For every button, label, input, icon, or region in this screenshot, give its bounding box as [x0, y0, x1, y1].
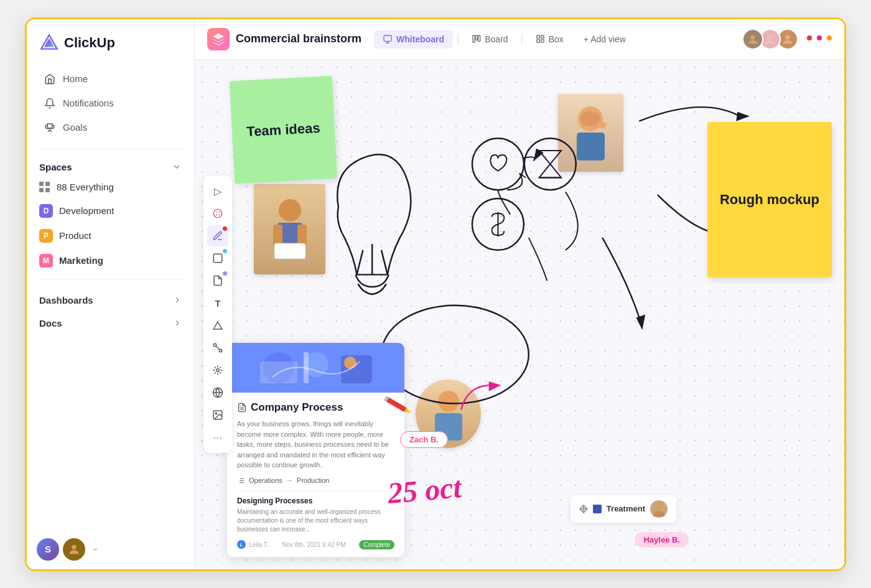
arrow-down [602, 238, 639, 317]
arrow-4 [566, 192, 578, 250]
tool-star[interactable] [207, 360, 228, 381]
face-icon-1 [746, 32, 760, 46]
red-arrow-head [489, 381, 501, 391]
tab-box[interactable]: Box [527, 30, 572, 49]
sticky-yellow-text: Rough mockup [720, 192, 819, 208]
svg-point-16 [218, 212, 220, 213]
flow-arrow: → [286, 477, 293, 484]
chevron-right-icon [173, 296, 182, 304]
svg-point-40 [654, 502, 663, 511]
pen-icon [212, 230, 223, 241]
whiteboard-toolbar: ▷ [203, 175, 232, 453]
sidebar-item-development[interactable]: D Development [32, 198, 189, 223]
tool-globe[interactable] [207, 382, 228, 403]
sidebar-item-goals[interactable]: Goals [32, 116, 189, 139]
footer-avatar: L [237, 540, 246, 549]
face-icon-2 [763, 32, 777, 46]
spaces-list: 88 Everything D Development P Product M … [27, 176, 194, 273]
svg-point-18 [218, 214, 220, 215]
svg-point-26 [279, 199, 301, 222]
svg-point-34 [597, 122, 607, 128]
tab-separator-2: | [521, 34, 523, 45]
face-icon-3 [781, 32, 794, 46]
user-face-icon [67, 543, 81, 556]
tool-image[interactable] [207, 404, 228, 426]
move-icon [579, 505, 588, 513]
tab-board-label: Board [485, 34, 508, 44]
treatment-color-square [593, 505, 602, 513]
view-tabs: Whiteboard | Board | [374, 30, 635, 49]
chevron-down-icon[interactable] [172, 162, 182, 172]
sidebar-item-everything[interactable]: 88 Everything [32, 176, 189, 198]
svg-point-20 [213, 343, 217, 347]
svg-rect-33 [577, 133, 605, 161]
top-bar: Commercial brainstorm Whiteboard | [195, 19, 844, 60]
text-tool-label: T [215, 298, 220, 309]
sidebar-item-product[interactable]: P Product [32, 223, 189, 248]
heart-icon [490, 154, 506, 170]
svg-point-35 [438, 391, 459, 412]
big-arrow-head [736, 111, 750, 121]
sidebar-item-product-label: Product [59, 230, 91, 241]
doc-footer: L Leila T. Nov 8th, 2021 6:42 PM Complet… [237, 540, 394, 549]
sidebar-item-home[interactable]: Home [32, 67, 189, 91]
whiteboard-tab-icon [383, 34, 393, 44]
tool-more[interactable]: ··· [207, 427, 228, 448]
svg-point-25 [215, 413, 217, 414]
svg-rect-30 [274, 243, 305, 259]
sidebar-item-docs[interactable]: Docs [32, 312, 189, 335]
zach-label-text: Zach B. [409, 435, 439, 444]
whiteboard-area[interactable]: ▷ [195, 60, 844, 569]
sticky-green[interactable]: Team ideas [230, 75, 337, 183]
app-container: ClickUp Home Notifications [25, 17, 846, 571]
home-icon [44, 73, 55, 85]
svg-point-12 [768, 35, 772, 39]
sidebar-item-marketing[interactable]: M Marketing [32, 248, 189, 273]
svg-point-2 [72, 544, 76, 549]
sidebar-item-notifications[interactable]: Notifications [32, 91, 189, 115]
photo-man-face [254, 184, 325, 274]
tool-note[interactable] [207, 270, 228, 291]
image-icon [212, 409, 223, 421]
sidebar-item-everything-label: 88 Everything [57, 182, 114, 192]
svg-point-15 [216, 212, 217, 213]
tool-rect[interactable] [207, 248, 228, 269]
doc-card[interactable]: Company Process As your business grows, … [227, 343, 404, 557]
tab-whiteboard[interactable]: Whiteboard [374, 30, 453, 49]
tab-board[interactable]: Board [463, 30, 516, 49]
add-view-button[interactable]: + Add view [575, 30, 635, 49]
tab-separator-1: | [457, 34, 459, 45]
tool-cursor[interactable]: ▷ [207, 180, 228, 202]
bell-icon [44, 98, 55, 109]
doc-flow-to: Production [297, 477, 330, 484]
tool-text[interactable]: T [207, 292, 228, 314]
logo[interactable]: ClickUp [27, 19, 194, 64]
doc-header-illustration [254, 343, 378, 393]
breadcrumb-icon [207, 28, 230, 50]
tool-palette[interactable] [207, 203, 228, 224]
breadcrumb-title: Commercial brainstorm [236, 32, 361, 45]
photo-woman-thinking [558, 94, 623, 172]
flow-list-icon [237, 477, 245, 485]
tool-connect[interactable] [207, 337, 228, 358]
box-tab-icon [536, 34, 545, 44]
label-zach: Zach B. [400, 431, 448, 448]
connect-icon [212, 342, 223, 353]
status-dot-red [807, 35, 812, 40]
sidebar-item-goals-label: Goals [63, 122, 87, 133]
photo-man [254, 184, 325, 274]
sidebar-item-dashboards[interactable]: Dashboards [32, 289, 189, 312]
sidebar-user-area: S [27, 530, 194, 569]
arrow-1 [524, 157, 534, 161]
doc-divider [237, 491, 394, 492]
tool-shape[interactable] [207, 315, 228, 336]
tool-pen[interactable] [207, 225, 228, 246]
arrow-5 [529, 238, 547, 281]
doc-card-header [227, 343, 404, 393]
development-badge: D [39, 204, 53, 218]
add-view-label: + Add view [584, 34, 626, 44]
svg-rect-6 [478, 35, 480, 41]
sticky-yellow[interactable]: Rough mockup [707, 122, 832, 278]
user-avatars-bottom[interactable]: S [27, 530, 194, 569]
woman-svg [571, 101, 611, 164]
